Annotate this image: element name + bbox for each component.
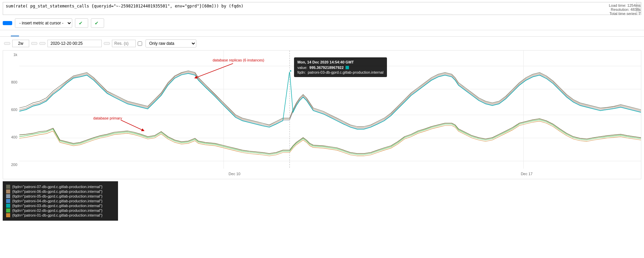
query-input[interactable] [3, 2, 636, 15]
legend-label: {fqdn="patroni-02-db-gprd.c.gitlab-produ… [12, 208, 102, 213]
legend-swatch [6, 185, 10, 189]
y-label-400: 400 [4, 135, 19, 139]
legend-item: {fqdn="patroni-04-db-gprd.c.gitlab-produ… [6, 199, 115, 203]
graph-area: 1k 800 600 400 200 [3, 50, 641, 179]
y-axis: 1k 800 600 400 200 [3, 51, 19, 169]
legend-swatch [6, 199, 10, 203]
stacked-checkbox[interactable] [138, 41, 142, 46]
legend-item: {fqdn="patroni-01-db-gprd.c.gitlab-produ… [6, 213, 115, 217]
stacked-label [138, 41, 143, 46]
tab-graph[interactable] [3, 32, 11, 36]
legend-swatch [6, 204, 10, 208]
range-input[interactable] [12, 40, 29, 47]
partial-response-button[interactable]: ✔ [91, 18, 104, 28]
legend-item: {fqdn="patroni-06-db-gprd.c.gitlab-produ… [6, 189, 115, 194]
back-fast-button[interactable] [39, 42, 45, 45]
tab-console[interactable] [11, 32, 19, 36]
total-series: Total time series: 7 [609, 12, 641, 16]
resolution: Resolution: 4838s [609, 7, 641, 12]
zoom-in-button[interactable] [31, 42, 37, 45]
zoom-out-button[interactable] [4, 42, 10, 45]
forward-fast-button[interactable] [104, 42, 110, 45]
view-select[interactable]: Only raw data Stacked graph Line graph [145, 39, 196, 48]
legend-item: {fqdn="patroni-03-db-gprd.c.gitlab-produ… [6, 204, 115, 208]
load-info: Load time: 1254ms Resolution: 4838s Tota… [609, 3, 641, 16]
tooltip-dot [289, 70, 292, 72]
x-label-dec10: Dec 10 [229, 172, 240, 176]
series-4-line [19, 71, 641, 129]
y-label-600: 600 [4, 108, 19, 112]
x-labels: Dec 10 Dec 17 [19, 169, 641, 179]
load-time: Load time: 1254ms [609, 3, 641, 7]
legend: {fqdn="patroni-07-db-gprd.c.gitlab-produ… [3, 181, 118, 221]
partial-response-check-icon: ✔ [95, 20, 99, 26]
series-7-line [19, 121, 641, 156]
query-bar: ⋮ [3, 2, 641, 15]
toolbar: - insert metric at cursor - ✔ ✔ [0, 16, 644, 30]
legend-item: {fqdn="patroni-05-db-gprd.c.gitlab-produ… [6, 194, 115, 198]
legend-item: {fqdn="patroni-02-db-gprd.c.gitlab-produ… [6, 208, 115, 213]
x-label-dec17: Dec 17 [521, 172, 533, 176]
legend-label: {fqdn="patroni-01-db-gprd.c.gitlab-produ… [12, 213, 102, 217]
tabs-bar [0, 30, 644, 37]
legend-label: {fqdn="patroni-07-db-gprd.c.gitlab-produ… [12, 185, 102, 189]
legend-swatch [6, 213, 10, 217]
datetime-input[interactable] [47, 40, 102, 47]
legend-swatch [6, 208, 10, 213]
graph-controls: Only raw data Stacked graph Line graph [0, 37, 644, 50]
legend-label: {fqdn="patroni-06-db-gprd.c.gitlab-produ… [12, 189, 102, 194]
series-3-line [19, 73, 641, 129]
execute-button[interactable] [3, 21, 12, 25]
chart-svg [19, 51, 641, 169]
insert-metric-select[interactable]: - insert metric at cursor - [15, 18, 72, 28]
legend-swatch [6, 194, 10, 198]
chart-inner: Mon, 14 Dec 2020 14:54:40 GMT value: 995… [19, 51, 641, 169]
series-1-line [19, 71, 641, 127]
legend-swatch [6, 189, 10, 194]
legend-label: {fqdn="patroni-05-db-gprd.c.gitlab-produ… [12, 194, 102, 198]
deduplication-check-icon: ✔ [79, 20, 83, 26]
legend-label: {fqdn="patroni-04-db-gprd.c.gitlab-produ… [12, 199, 102, 203]
y-label-800: 800 [4, 80, 19, 84]
legend-label: {fqdn="patroni-03-db-gprd.c.gitlab-produ… [12, 204, 102, 208]
y-label-1k: 1k [4, 53, 19, 57]
legend-item: {fqdn="patroni-07-db-gprd.c.gitlab-produ… [6, 185, 115, 189]
y-label-200: 200 [4, 163, 19, 167]
resolution-input[interactable] [112, 40, 136, 47]
deduplication-button[interactable]: ✔ [75, 18, 88, 28]
series-2-line [19, 72, 641, 128]
